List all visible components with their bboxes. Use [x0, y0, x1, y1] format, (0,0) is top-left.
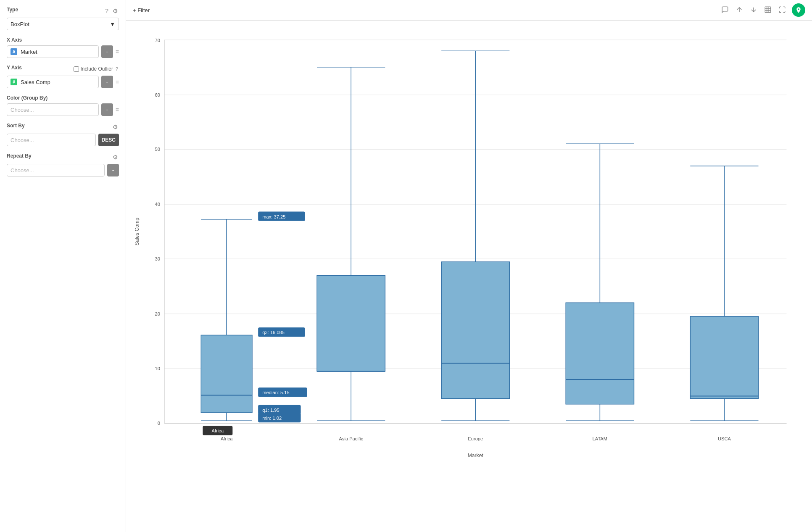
color-remove-button[interactable]: - [101, 103, 113, 116]
boxplot-chart: 0 10 20 30 40 50 60 70 Sales Comp Africa… [130, 25, 804, 524]
sort-section: Sort By ⚙ Choose... DESC [7, 123, 119, 146]
download-icon[interactable] [749, 5, 758, 16]
y-tick-40: 40 [155, 202, 160, 207]
x-tick-europe: Europe [468, 436, 483, 441]
y-axis-remove-button[interactable]: - [101, 76, 113, 88]
x-axis-drag-icon[interactable]: ≡ [116, 48, 119, 55]
sort-settings-icon[interactable]: ⚙ [112, 123, 119, 131]
sidebar: Type ? ⚙ BoxPlot ▼ X Axis A Market - ≡ [0, 0, 126, 532]
x-axis-label: X Axis [7, 37, 119, 43]
toolbar: + Filter [126, 0, 812, 21]
tooltip-min-text: min: 1.02 [262, 416, 282, 421]
chevron-down-icon: ▼ [110, 21, 115, 27]
field-type-hash-icon: # [11, 79, 17, 85]
y-tick-60: 60 [155, 92, 160, 97]
type-select[interactable]: BoxPlot ▼ [7, 18, 119, 30]
usca-box[interactable] [690, 316, 758, 399]
repeat-section: Repeat By ⚙ Choose... - [7, 153, 119, 176]
africa-tooltip-text: Africa [212, 428, 224, 433]
tooltip-median-text: median: 5.15 [262, 390, 289, 395]
filter-button[interactable]: + Filter [133, 7, 150, 13]
repeat-label: Repeat By [7, 153, 32, 159]
repeat-settings-icon[interactable]: ⚙ [112, 153, 119, 161]
outlier-help-icon[interactable]: ? [115, 66, 119, 72]
table-icon[interactable] [763, 5, 772, 16]
sort-order-button[interactable]: DESC [98, 134, 119, 146]
color-label: Color (Group By) [7, 95, 119, 101]
y-tick-10: 10 [155, 366, 160, 371]
color-select[interactable]: Choose... [7, 103, 99, 116]
latam-box[interactable] [566, 303, 634, 404]
y-axis-label: Y Axis [7, 65, 22, 71]
tooltip-q1-text: q1: 1.95 [262, 408, 279, 413]
pin-button[interactable] [792, 3, 805, 17]
chart-container: 0 10 20 30 40 50 60 70 Sales Comp Africa… [126, 21, 812, 532]
y-axis-label: Sales Comp [134, 218, 140, 245]
main-content: + Filter [126, 0, 812, 532]
tooltip-q3-text: q3: 16.085 [262, 330, 285, 335]
y-tick-30: 30 [155, 256, 160, 261]
include-outlier-label[interactable]: Include Outlier ? [74, 66, 119, 72]
svg-rect-0 [765, 7, 771, 13]
field-type-a-icon: A [11, 48, 17, 55]
x-axis-section: X Axis A Market - ≡ [7, 37, 119, 58]
repeat-select[interactable]: Choose... [7, 164, 105, 176]
comment-icon[interactable] [720, 5, 730, 16]
y-tick-0: 0 [158, 421, 160, 426]
y-tick-50: 50 [155, 147, 160, 152]
x-tick-usca: USCA [718, 436, 731, 441]
x-axis-field-select[interactable]: A Market [7, 45, 99, 58]
africa-box[interactable] [201, 335, 252, 413]
color-drag-icon[interactable]: ≡ [116, 106, 119, 113]
europe-box[interactable] [441, 262, 509, 398]
type-settings-icon[interactable]: ⚙ [112, 7, 119, 15]
color-section: Color (Group By) Choose... - ≡ [7, 95, 119, 116]
x-tick-latam: LATAM [593, 436, 607, 441]
y-axis-section: Y Axis Include Outlier ? # Sales Comp - … [7, 65, 119, 88]
upload-icon[interactable] [735, 5, 744, 16]
sort-label: Sort By [7, 123, 25, 129]
tooltip-max-text: max: 37.25 [262, 214, 285, 219]
repeat-remove-button[interactable]: - [107, 164, 119, 176]
y-axis-field-select[interactable]: # Sales Comp [7, 76, 99, 88]
expand-icon[interactable] [778, 5, 787, 16]
sort-select[interactable]: Choose... [7, 134, 96, 146]
y-tick-70: 70 [155, 38, 160, 43]
x-axis-label: Market [468, 453, 484, 458]
type-section: Type ? ⚙ BoxPlot ▼ [7, 7, 119, 30]
y-axis-drag-icon[interactable]: ≡ [116, 79, 119, 85]
x-axis-remove-button[interactable]: - [101, 45, 113, 58]
x-tick-africa: Africa [221, 436, 233, 441]
include-outlier-checkbox[interactable] [74, 66, 79, 72]
asiapacific-box[interactable] [317, 276, 385, 371]
type-help-icon[interactable]: ? [104, 7, 109, 15]
x-tick-asiapacific: Asia Pacific [339, 436, 363, 441]
type-label: Type [7, 7, 18, 13]
y-tick-20: 20 [155, 311, 160, 316]
